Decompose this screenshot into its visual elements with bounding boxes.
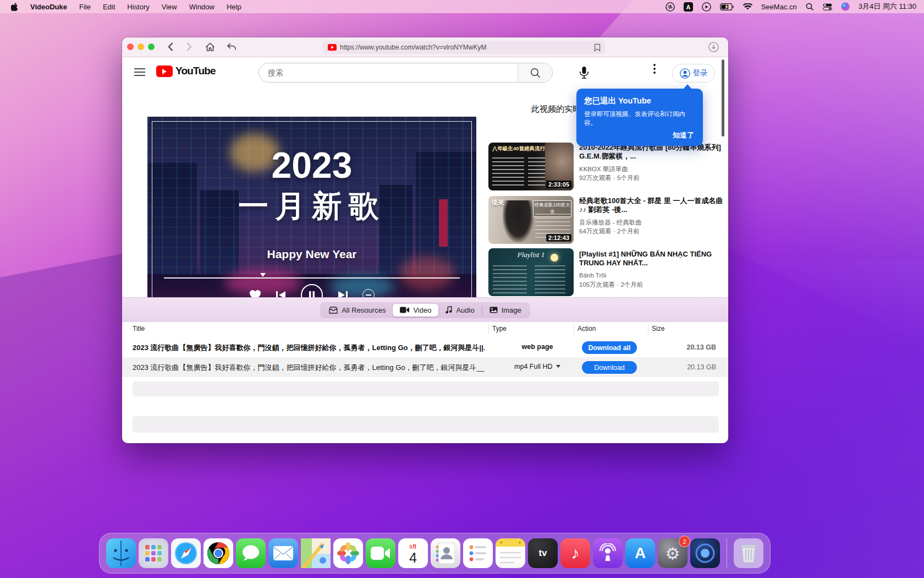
menu-edit[interactable]: Edit	[103, 3, 115, 11]
progress-marker[interactable]	[260, 273, 266, 277]
dock-photos-icon[interactable]	[333, 538, 363, 568]
toast-confirm-button[interactable]: 知道了	[673, 130, 694, 140]
control-center-icon[interactable]	[823, 3, 832, 10]
dock-launchpad-icon[interactable]	[139, 538, 168, 568]
active-app-name[interactable]: VideoDuke	[30, 3, 67, 11]
input-source-icon[interactable]: A	[684, 2, 693, 12]
wifi-icon[interactable]	[743, 3, 752, 10]
pause-button[interactable]	[301, 284, 323, 297]
row-type-dropdown[interactable]: mp4 Full HD	[507, 363, 568, 370]
youtube-logo-icon	[156, 66, 173, 77]
suggestion-channel[interactable]: KKBOX 華語單曲	[579, 165, 727, 173]
dock-trash-icon[interactable]	[734, 538, 763, 568]
siri-icon[interactable]	[841, 2, 850, 11]
menu-bar-clock[interactable]: 3月4日 周六 11:30	[859, 2, 916, 12]
dock-contacts-icon[interactable]	[431, 538, 460, 568]
dock-safari-icon[interactable]	[171, 538, 201, 568]
player-year-text: 2023	[147, 144, 476, 186]
previous-track-icon[interactable]	[276, 290, 287, 297]
back-button[interactable]	[164, 40, 177, 53]
suggestion-thumbnail[interactable]: Playlist 1	[488, 248, 574, 296]
dock-notes-icon[interactable]	[496, 538, 525, 568]
voice-search-icon[interactable]	[579, 66, 590, 79]
spotlight-search-icon[interactable]	[806, 3, 814, 11]
dock-videoduke-icon[interactable]	[690, 538, 720, 568]
dock-chrome-icon[interactable]	[204, 538, 233, 568]
appletv-label: tv	[538, 548, 547, 559]
youtube-favicon	[328, 44, 337, 51]
dismiss-icon[interactable]	[362, 289, 375, 297]
menu-view[interactable]: View	[162, 3, 177, 11]
dock: 3月 4 tv ♪ A ⚙ 2	[99, 533, 771, 574]
minimize-window-button[interactable]	[138, 43, 144, 50]
close-window-button[interactable]	[127, 43, 134, 50]
play-status-icon[interactable]	[702, 2, 711, 12]
home-button[interactable]	[204, 40, 217, 53]
zoom-window-button[interactable]	[148, 43, 155, 50]
menu-history[interactable]: History	[127, 3, 149, 11]
suggestion-thumbnail[interactable]: 後來 经典老歌100首大全 2:12:43	[488, 196, 574, 244]
dock-calendar-icon[interactable]: 3月 4	[398, 538, 428, 568]
suggestion-channel[interactable]: Bánh Trôi	[579, 272, 727, 279]
youtube-logo[interactable]: YouTube	[156, 65, 216, 77]
dock-appletv-icon[interactable]: tv	[528, 538, 558, 568]
next-track-icon[interactable]	[337, 290, 348, 297]
bookmark-icon[interactable]	[594, 43, 601, 52]
forward-button[interactable]	[183, 40, 196, 53]
dock-finder-icon[interactable]	[106, 538, 136, 568]
dock-music-icon[interactable]: ♪	[560, 538, 590, 568]
signed-out-toast: 您已退出 YouTube 登录即可顶视频、发表评论和订阅内容。 知道了	[576, 89, 703, 146]
notification-badge: 2	[679, 536, 690, 547]
apple-menu-icon[interactable]	[11, 3, 18, 11]
dock-reminders-icon[interactable]	[463, 538, 493, 568]
signin-button[interactable]: 登录	[672, 64, 715, 83]
player-progress-bar[interactable]	[164, 277, 460, 279]
thumbnail-side-caption: 後來	[491, 198, 504, 208]
empty-row	[133, 381, 719, 396]
dock-messages-icon[interactable]	[236, 538, 266, 568]
downloads-button[interactable]	[707, 40, 720, 53]
suggestion-channel[interactable]: 音乐播放器 - 经典歌曲	[579, 219, 727, 227]
address-bar[interactable]: https://www.youtube.com/watch?v=vlroNYMw…	[323, 41, 605, 54]
suggestion-thumbnail[interactable]: 八年級生40首經典流行歌曲 2:33:05	[488, 143, 574, 190]
like-heart-icon[interactable]	[249, 290, 261, 297]
network-name[interactable]: SeeMac.cn	[761, 3, 797, 11]
switch-control-icon[interactable]	[666, 2, 675, 12]
tab-video[interactable]: Video	[393, 304, 438, 317]
download-row[interactable]: 2023 流行歌曲【無廣告】我好喜歡你，門沒鎖，把回憶拼好給你，孤勇者，Lett…	[122, 357, 728, 377]
tab-audio[interactable]: Audio	[438, 304, 481, 317]
download-row[interactable]: 2023 流行歌曲【無廣告】我好喜歡你，門沒鎖，把回憶拼好給你，孤勇者，Lett…	[122, 337, 728, 357]
search-input[interactable]	[259, 63, 518, 82]
dock-maps-icon[interactable]	[301, 538, 331, 568]
youtube-logo-text: YouTube	[175, 65, 216, 77]
hamburger-menu-icon[interactable]	[134, 68, 145, 76]
search-button[interactable]	[518, 63, 552, 82]
dock-podcasts-icon[interactable]	[593, 538, 623, 568]
page-scrollbar[interactable]	[722, 59, 724, 137]
tab-image[interactable]: Image	[482, 304, 529, 317]
dock-appstore-icon[interactable]: A	[625, 538, 655, 568]
tab-label: Audio	[456, 306, 474, 314]
video-player[interactable]: 2023 一月新歌 Happy New Year	[147, 117, 476, 297]
dock-settings-icon[interactable]: ⚙ 2	[658, 538, 688, 568]
suggestion-title[interactable]: [Playlist #1] NHỮNG BẢN NHẠC TIẾNG TRUNG…	[579, 250, 727, 268]
menu-bar: VideoDuke File Edit History View Window …	[0, 0, 924, 13]
download-all-button[interactable]: Download all	[582, 341, 637, 354]
share-back-button[interactable]	[225, 40, 238, 53]
empty-row	[133, 416, 719, 433]
battery-icon[interactable]	[720, 3, 734, 10]
more-options-icon[interactable]	[653, 64, 656, 74]
row-size: 20.13 GB	[687, 363, 716, 371]
url-text: https://www.youtube.com/watch?v=vlroNYMw…	[340, 43, 591, 51]
menu-help[interactable]: Help	[227, 3, 241, 11]
dock-facetime-icon[interactable]	[366, 538, 395, 568]
menu-window[interactable]: Window	[189, 3, 215, 11]
menu-file[interactable]: File	[79, 3, 91, 11]
column-header-size: Size	[652, 325, 664, 332]
tab-all-resources[interactable]: All Resources	[322, 304, 393, 317]
thumbnail-caption: Playlist 1	[488, 250, 574, 259]
download-button[interactable]: Download	[582, 361, 637, 374]
dock-mail-icon[interactable]	[268, 538, 298, 568]
column-header-title: Title	[133, 325, 145, 332]
suggestion-title[interactable]: 经典老歌100首大全 - 群星 里 一人一首成名曲 ♪♪ 劉若英 -後...	[579, 197, 727, 214]
